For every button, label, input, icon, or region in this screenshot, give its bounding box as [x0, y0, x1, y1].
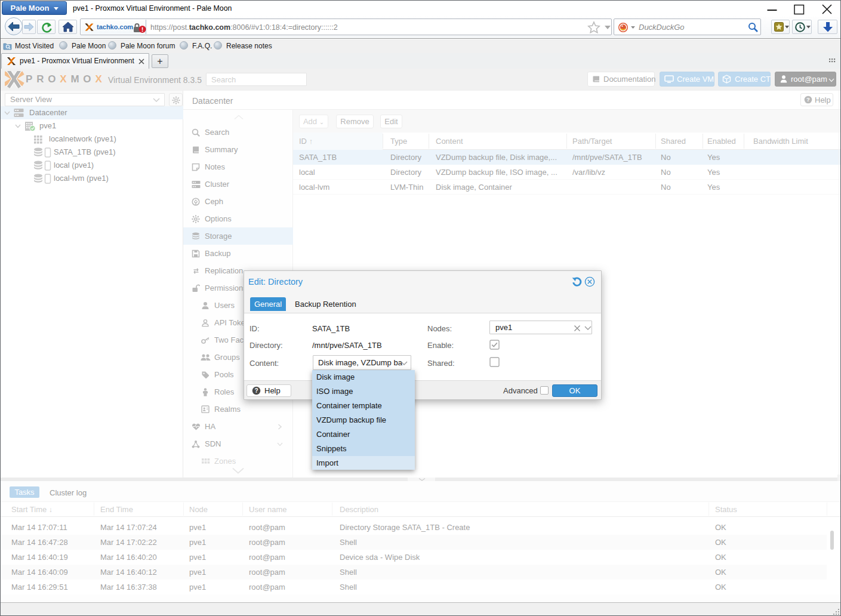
svg-text:?: ? [254, 387, 258, 394]
